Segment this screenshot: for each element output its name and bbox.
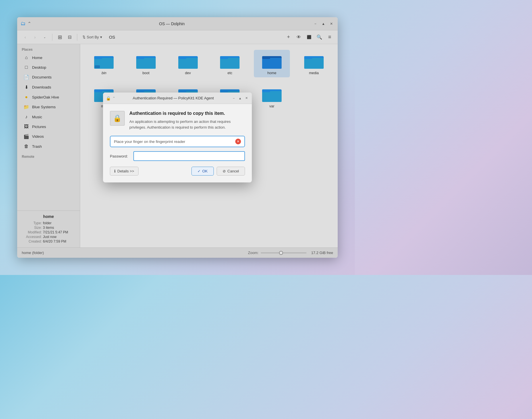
dialog-heading: Authentication is required to copy this … [129, 111, 245, 116]
dialog-titlebar-left: 🔒 ⌃ [106, 96, 115, 101]
info-icon: ℹ [114, 169, 116, 173]
ok-button[interactable]: ✓ OK [191, 167, 214, 176]
dialog-titlebar: 🔒 ⌃ Authentication Required — PolicyKit1… [103, 93, 252, 104]
lock-icon: 🔒 [113, 114, 122, 122]
modal-overlay: 🔒 ⌃ Authentication Required — PolicyKit1… [17, 17, 338, 258]
dialog-header-text: Authentication is required to copy this … [129, 111, 245, 130]
cancel-icon: ⊘ [223, 169, 226, 173]
details-button[interactable]: ℹ Details >> [110, 167, 139, 176]
lock-icon-box: 🔒 [110, 111, 125, 126]
fingerprint-text: Place your finger on the fingerprint rea… [114, 139, 235, 144]
dialog-minimize-button[interactable]: − [231, 96, 236, 101]
password-row: Password: [110, 151, 245, 161]
fingerprint-field: Place your finger on the fingerprint rea… [110, 136, 245, 147]
details-label: Details >> [117, 169, 134, 173]
dialog-body: 🔒 Authentication is required to copy thi… [103, 104, 252, 182]
dolphin-window: 🗂 ⌃ OS — Dolphin − ▲ ✕ ‹ › ⌄ ⊞ ⊟ ⇅ Sort … [17, 17, 338, 258]
dialog-up-icon: ⌃ [112, 96, 115, 100]
dialog-close-button[interactable]: ✕ [244, 96, 249, 101]
checkmark-icon: ✓ [197, 169, 201, 173]
password-label: Password: [110, 154, 130, 158]
auth-dialog: 🔒 ⌃ Authentication Required — PolicyKit1… [103, 93, 252, 182]
fingerprint-clear-button[interactable]: ✕ [235, 139, 241, 144]
dialog-controls: − ▲ ✕ [231, 96, 249, 101]
password-input[interactable] [133, 151, 245, 161]
dialog-buttons: ℹ Details >> ✓ OK ⊘ Cancel [110, 167, 245, 176]
cancel-label: Cancel [228, 169, 239, 173]
dialog-description: An application is attempting to perform … [129, 119, 245, 130]
dialog-header: 🔒 Authentication is required to copy thi… [110, 111, 245, 130]
cancel-button[interactable]: ⊘ Cancel [217, 167, 245, 176]
dialog-maximize-button[interactable]: ▲ [238, 96, 243, 101]
ok-label: OK [202, 169, 208, 173]
dialog-title: Authentication Required — PolicyKit1 KDE… [115, 96, 231, 100]
dialog-titlebar-icon: 🔒 [106, 96, 111, 101]
